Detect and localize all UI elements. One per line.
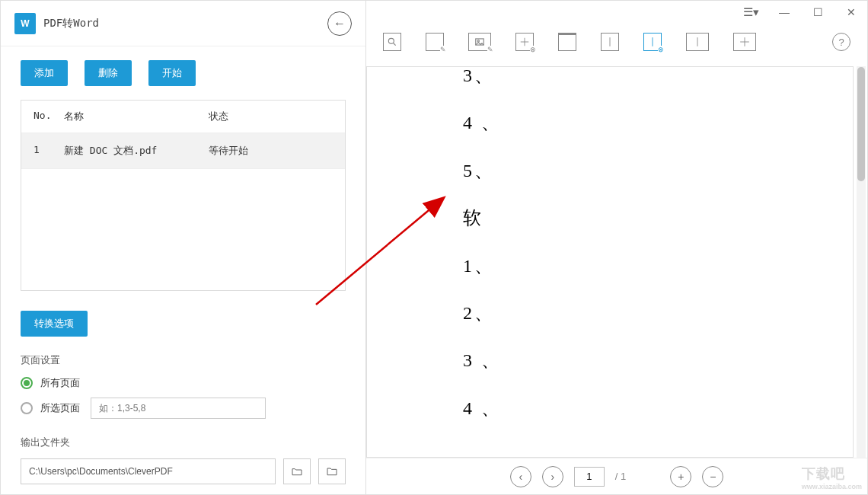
- page-delete-tool-icon[interactable]: ⊗: [643, 33, 662, 51]
- output-path-input[interactable]: [21, 458, 276, 484]
- zoom-out-button[interactable]: −: [702, 466, 723, 487]
- single-page-tool-icon[interactable]: [558, 33, 576, 51]
- add-button[interactable]: 添加: [21, 60, 68, 86]
- page-number-input[interactable]: [574, 467, 605, 487]
- preview-area: 3、 4 、 5、 软 1、 2、 3 、 4 、: [366, 60, 867, 458]
- prev-page-button[interactable]: ‹: [510, 466, 531, 487]
- preview-page[interactable]: 3、 4 、 5、 软 1、 2、 3 、 4 、: [366, 66, 854, 458]
- image-tool-icon[interactable]: ✎: [468, 33, 491, 51]
- page-title: PDF转Word: [43, 17, 327, 30]
- page-edit-tool-icon[interactable]: ✎: [426, 33, 444, 51]
- zoom-in-button[interactable]: +: [670, 466, 691, 487]
- selected-pages-label: 所选页面: [40, 401, 80, 415]
- close-button[interactable]: ✕: [841, 4, 861, 21]
- grid-delete-tool-icon[interactable]: ⊗: [515, 33, 534, 51]
- table-header: No. 名称 状态: [21, 101, 345, 133]
- start-button[interactable]: 开始: [148, 60, 196, 86]
- open-folder-button[interactable]: [283, 458, 311, 484]
- col-status: 状态: [209, 110, 333, 123]
- preview-toolbar: ✎ ✎ ⊗ ⊗ ?: [366, 24, 867, 60]
- browse-folder-button[interactable]: [318, 458, 346, 484]
- delete-button[interactable]: 删除: [85, 60, 132, 86]
- pager-bar: ‹ › / 1 + −: [366, 458, 867, 494]
- two-column-tool-icon[interactable]: [686, 33, 709, 51]
- output-folder-label: 输出文件夹: [21, 436, 346, 449]
- cell-no: 1: [34, 144, 64, 158]
- back-button[interactable]: ←: [327, 11, 352, 36]
- window-titlebar: ☰▾ — ☐ ✕: [366, 1, 867, 24]
- page-settings-label: 页面设置: [21, 353, 346, 367]
- menu-list-icon[interactable]: ☰▾: [741, 4, 761, 21]
- col-name: 名称: [64, 110, 209, 123]
- svg-line-1: [394, 43, 396, 46]
- all-pages-radio[interactable]: [21, 377, 33, 389]
- preview-scrollbar[interactable]: [857, 66, 866, 458]
- zoom-tool-icon[interactable]: [383, 33, 401, 51]
- folder-open-icon: [291, 465, 303, 477]
- next-page-button[interactable]: ›: [542, 466, 563, 487]
- table-empty-space: [21, 168, 345, 290]
- document-content: 3、 4 、 5、 软 1、 2、 3 、 4 、: [402, 66, 818, 432]
- folder-icon: [326, 465, 338, 477]
- help-button[interactable]: ?: [832, 33, 850, 51]
- right-panel: ☰▾ — ☐ ✕ ✎ ✎ ⊗ ⊗ ? 3、 4 、: [366, 1, 867, 494]
- svg-point-0: [388, 38, 394, 43]
- file-table: No. 名称 状态 1 新建 DOC 文档.pdf 等待开始: [21, 100, 346, 291]
- minimize-button[interactable]: —: [774, 4, 794, 21]
- svg-point-3: [477, 40, 479, 42]
- page-range-input[interactable]: [91, 398, 266, 419]
- convert-options-button[interactable]: 转换选项: [21, 311, 88, 337]
- all-pages-label: 所有页面: [40, 376, 80, 390]
- table-row[interactable]: 1 新建 DOC 文档.pdf 等待开始: [21, 133, 345, 168]
- maximize-button[interactable]: ☐: [808, 4, 828, 21]
- cell-name: 新建 DOC 文档.pdf: [64, 144, 209, 158]
- scrollbar-thumb[interactable]: [857, 67, 865, 181]
- four-grid-tool-icon[interactable]: [733, 33, 756, 51]
- cell-status: 等待开始: [209, 144, 333, 158]
- split-vertical-tool-icon[interactable]: [601, 33, 619, 51]
- left-panel: W PDF转Word ← 添加 删除 开始 No. 名称 状态 1 新建 DOC…: [1, 1, 366, 494]
- selected-pages-radio[interactable]: [21, 402, 33, 414]
- word-app-icon: W: [14, 13, 36, 34]
- left-header: W PDF转Word ←: [1, 1, 365, 46]
- page-total-label: / 1: [615, 471, 626, 482]
- col-no: No.: [34, 110, 64, 123]
